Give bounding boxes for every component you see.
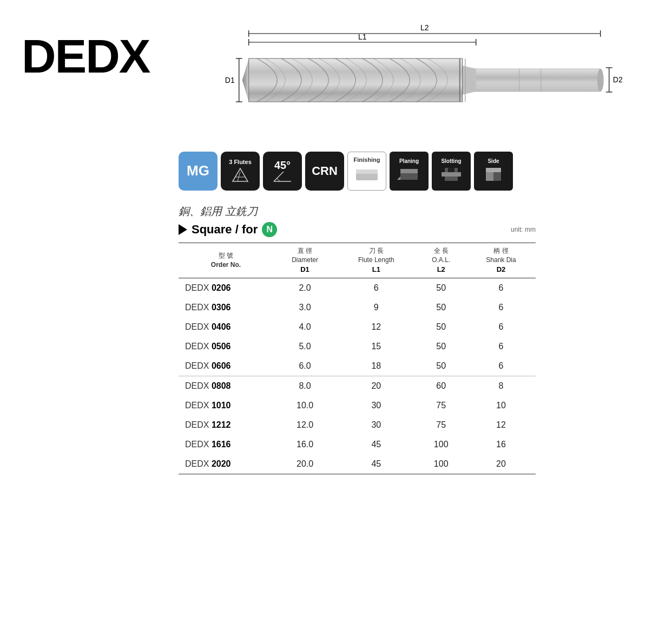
cell-order: DEDX 2020 — [179, 454, 273, 474]
cell-d1: 12.0 — [273, 415, 337, 435]
cell-l1: 6 — [337, 278, 416, 298]
finishing-icon — [354, 164, 380, 186]
angle-icon — [273, 171, 292, 182]
svg-rect-37 — [400, 169, 418, 173]
svg-rect-41 — [442, 172, 461, 177]
cell-order: DEDX 0406 — [179, 317, 273, 337]
svg-text:D1: D1 — [225, 76, 234, 84]
order-suffix: 2020 — [212, 459, 231, 468]
cell-l1: 15 — [337, 337, 416, 356]
cell-l2: 75 — [416, 396, 466, 415]
cell-d2: 6 — [466, 337, 536, 356]
table-row: DEDX 202020.04510020 — [179, 454, 536, 474]
order-prefix: DEDX — [185, 322, 212, 331]
cell-d1: 20.0 — [273, 454, 337, 474]
subtitle-en: Square / for N — [179, 222, 277, 237]
svg-rect-44 — [486, 168, 501, 172]
cell-l2: 100 — [416, 454, 466, 474]
cell-l1: 45 — [337, 435, 416, 454]
cell-d1: 2.0 — [273, 278, 337, 298]
th-d2-en: Shank Dia — [473, 256, 529, 265]
th-d2-cjk: 柄 徑 — [473, 246, 529, 256]
cell-d2: 8 — [466, 376, 536, 396]
cell-l1: 45 — [337, 454, 416, 474]
cell-d2: 6 — [466, 317, 536, 337]
order-prefix: DEDX — [185, 459, 212, 468]
th-order: 型 號 Order No. — [179, 243, 273, 278]
flutes-icon — [230, 166, 251, 184]
cell-l1: 30 — [337, 396, 416, 415]
cell-d2: 6 — [466, 356, 536, 376]
order-prefix: DEDX — [185, 303, 212, 312]
table-row: DEDX 06066.018506 — [179, 356, 536, 376]
badge-slotting-label: Slotting — [441, 158, 461, 165]
cell-d2: 16 — [466, 435, 536, 454]
svg-marker-38 — [397, 177, 400, 180]
cell-d1: 5.0 — [273, 337, 337, 356]
badge-mg-label: MG — [187, 162, 209, 179]
badge-finishing-label: Finishing — [354, 156, 380, 164]
th-d2-code: D2 — [473, 265, 529, 275]
n-badge: N — [262, 222, 277, 237]
cell-d2: 12 — [466, 415, 536, 435]
subtitle-en-text: Square / for — [192, 223, 258, 237]
planing-icon — [397, 165, 421, 184]
cell-l1: 9 — [337, 298, 416, 317]
th-l2-en: O.A.L. — [422, 256, 460, 265]
cell-d1: 6.0 — [273, 356, 337, 376]
th-d1-en: Diameter — [280, 256, 330, 265]
th-l2-cjk: 全 長 — [422, 246, 460, 256]
th-d2: 柄 徑 Shank Dia D2 — [466, 243, 536, 278]
svg-text:D2: D2 — [612, 75, 622, 84]
side-icon — [482, 165, 505, 184]
order-prefix: DEDX — [185, 381, 212, 390]
cell-l2: 50 — [416, 278, 466, 298]
cell-order: DEDX 1616 — [179, 435, 273, 454]
badge-planing-label: Planing — [399, 158, 419, 165]
cell-order: DEDX 1212 — [179, 415, 273, 435]
table-row: DEDX 04064.012506 — [179, 317, 536, 337]
table-row: DEDX 02062.06506 — [179, 278, 536, 298]
th-order-en: Order No. — [185, 260, 267, 270]
order-suffix: 1010 — [212, 401, 231, 410]
order-suffix: 0506 — [212, 342, 231, 351]
cell-l2: 50 — [416, 337, 466, 356]
svg-point-18 — [597, 69, 603, 92]
th-l2: 全 長 O.A.L. L2 — [416, 243, 466, 278]
svg-marker-29 — [233, 168, 248, 181]
svg-line-33 — [274, 172, 284, 181]
order-suffix: 0206 — [212, 283, 231, 292]
order-prefix: DEDX — [185, 283, 212, 292]
cell-order: DEDX 0306 — [179, 298, 273, 317]
badge-side: Side — [474, 152, 513, 191]
badge-planing: Planing — [390, 152, 429, 191]
header-area: DEDX L2 L1 D1 — [22, 16, 650, 141]
th-l1: 刀 長 Flute Length L1 — [337, 243, 416, 278]
table-row: DEDX 161616.04510016 — [179, 435, 536, 454]
cell-order: DEDX 0606 — [179, 356, 273, 376]
table-area: 型 號 Order No. 直 徑 Diameter D1 刀 長 Flute … — [179, 243, 650, 474]
order-suffix: 1212 — [212, 420, 231, 429]
product-name: DEDX — [22, 32, 150, 80]
th-d1-code: D1 — [280, 265, 330, 275]
cell-order: DEDX 0808 — [179, 376, 273, 396]
cell-d1: 4.0 — [273, 317, 337, 337]
table-header-row: 型 號 Order No. 直 徑 Diameter D1 刀 長 Flute … — [179, 243, 536, 278]
th-order-cjk: 型 號 — [185, 251, 267, 260]
subtitle-area: 銅、鋁用 立銑刀 Square / for N unit: mm — [179, 204, 650, 237]
svg-rect-17 — [470, 69, 600, 92]
cell-l1: 18 — [337, 356, 416, 376]
order-prefix: DEDX — [185, 420, 212, 429]
cell-l1: 20 — [337, 376, 416, 396]
tool-diagram: L2 L1 D1 D2 — [172, 22, 651, 141]
svg-marker-23 — [242, 58, 248, 102]
order-suffix: 0606 — [212, 361, 231, 370]
th-l1-en: Flute Length — [343, 256, 409, 265]
cell-order: DEDX 1010 — [179, 396, 273, 415]
cell-order: DEDX 0506 — [179, 337, 273, 356]
table-row: DEDX 03063.09506 — [179, 298, 536, 317]
cell-order: DEDX 0206 — [179, 278, 273, 298]
cell-l2: 75 — [416, 415, 466, 435]
order-suffix: 0406 — [212, 322, 231, 331]
badge-mg: MG — [179, 152, 218, 191]
